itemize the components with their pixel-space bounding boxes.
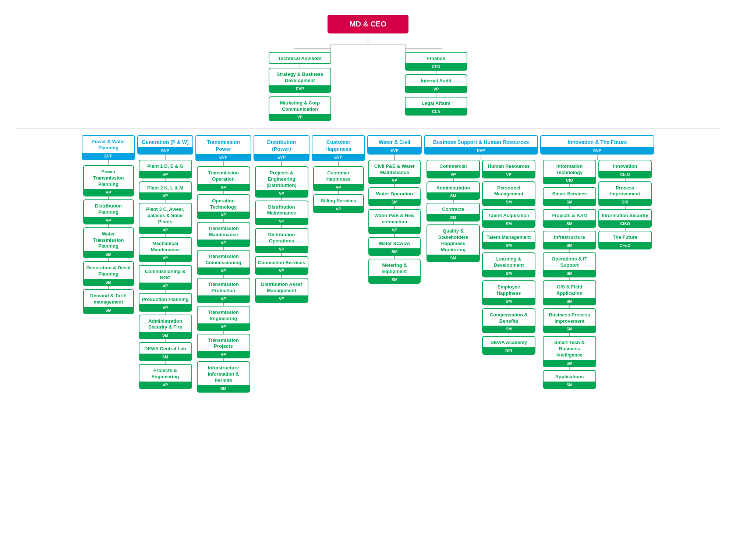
- bss-c3-s: SM: [427, 214, 479, 221]
- trans-c7-t: Transmission Projects: [198, 334, 250, 351]
- innov-c4-box: Infrastructure SM: [543, 231, 596, 249]
- innov-r3-box: Information Security CISO: [598, 209, 652, 228]
- pw-c4-title: Generation & Desal Planning: [84, 262, 133, 279]
- bss-c3-t: Contracts: [427, 203, 479, 214]
- evp-bss-title: Business Support & Human Resources: [425, 136, 537, 147]
- innov-r2-box: Process Improvement DIR: [598, 181, 652, 206]
- gen-c4-t: Mechanical Maintenance: [139, 238, 191, 255]
- marketing-title: Marketing & Corp Communication: [269, 97, 330, 114]
- evp-bss-sub: EVP: [425, 147, 537, 154]
- bss-hr-c3-box: Talent Acquisition SM: [482, 209, 535, 228]
- evp-cust-box: Customer Happiness EVP: [312, 135, 365, 161]
- top-branches: Technical Advisors Strategy & Business D…: [269, 45, 467, 121]
- innov-c9-s: SM: [544, 382, 595, 388]
- evp-water-box: Water & Civil EVP: [367, 135, 422, 154]
- gen-c3: Plant 3 C, Aweer, palaces & Solar Plants…: [139, 203, 192, 237]
- innov-two-cols: Information Technology CIO Smart Service…: [543, 160, 652, 389]
- trans-c6-s: VP: [198, 323, 250, 330]
- innov-c5: Operations & IT Support SM: [543, 252, 596, 280]
- bss-hr-c1-t: Human Resources: [483, 160, 535, 171]
- technical-advisors-node: Technical Advisors: [269, 52, 331, 68]
- water-c3-box: Water P&E & New connection VP: [368, 209, 421, 234]
- innov-c7-s: SM: [544, 326, 595, 332]
- innov-c6-box: GIS & Field Application SM: [543, 280, 596, 305]
- evp-trans-sub: EVP: [196, 154, 251, 160]
- water-c3-t: Water P&E & New connection: [369, 210, 420, 227]
- org-chart-inner: MD & CEO Technical Advisors: [15, 15, 721, 393]
- marketing-node: Marketing & Corp Communication VP: [269, 96, 331, 121]
- left-col: Technical Advisors Strategy & Business D…: [269, 52, 331, 121]
- trans-c8-t: Infrastructure Information & Permits: [198, 362, 250, 385]
- water-c2-t: Water Operation: [369, 188, 420, 199]
- pw-c2-conn: [108, 224, 109, 227]
- technical-advisors-title: Technical Advisors: [269, 53, 330, 63]
- gen-c3-box: Plant 3 C, Aweer, palaces & Solar Plants…: [139, 203, 192, 234]
- water-c3-s: VP: [369, 227, 420, 233]
- trans-c6: Transmission Engineering VP: [197, 306, 250, 334]
- innov-c3-box: Projects & KAM SM: [543, 209, 596, 228]
- evp-innov-box: Innovation & The Future EVP: [540, 135, 654, 154]
- innov-c6-s: SM: [544, 298, 595, 305]
- center-line: [331, 45, 405, 45]
- bss-hr-c2-s: SM: [483, 199, 535, 205]
- strategy-node: Strategy & Business Development EVP: [269, 68, 331, 96]
- finance-sub: CFO: [406, 63, 467, 70]
- innov-c3-t: Projects & KAM: [544, 210, 595, 220]
- evp-bss-hr: Business Support & Human Resources EVP C…: [424, 135, 538, 355]
- finance-box: Finance CFO: [405, 52, 467, 71]
- gen-c1: Plant 1 D, E & G VP: [139, 160, 192, 181]
- dist-c1-s: VP: [256, 190, 308, 197]
- innov-r3-t: Information Security: [599, 210, 651, 220]
- innov-c3-s: SM: [544, 220, 595, 227]
- main-divider: [15, 128, 721, 128]
- dist-c4-s: VP: [256, 267, 308, 274]
- gen-c9-s: VP: [139, 382, 191, 388]
- dist-c5-s: VP: [256, 295, 308, 302]
- evp-row: Power & Water Planning EVP Power Transmi…: [82, 135, 654, 393]
- innov-c2: Smart Services SM: [543, 187, 596, 209]
- pw-conn: [108, 160, 109, 165]
- gen-c6: Production Planning VP: [139, 293, 192, 315]
- innov-r1: Innovation CInO: [598, 160, 652, 181]
- gen-c2-s: VP: [139, 192, 191, 199]
- innov-right-col: Innovation CInO Process Improvement DIR: [598, 160, 652, 249]
- bss-hr-c3: Talent Acquisition SM: [482, 209, 535, 231]
- bss-two-cols: Commercial VP Administration SM: [427, 160, 535, 355]
- center-h: [331, 45, 405, 45]
- gen-c6-s: VP: [139, 304, 191, 311]
- cust-c1-s: VP: [314, 184, 363, 191]
- ceo-connector: [368, 37, 368, 45]
- innov-r1-s: CInO: [599, 171, 651, 178]
- pw-child-2-box: Distribution Planning VP: [83, 199, 134, 224]
- dist-c4-t: Connection Services: [256, 257, 308, 267]
- gen-c8-t: DEWA Central Lab: [139, 343, 191, 354]
- legal-affairs-box: Legal Affairs CLA: [405, 97, 467, 116]
- innov-c4-s: SM: [544, 242, 595, 249]
- trans-c5: Transmission Protection VP: [197, 278, 250, 306]
- pw-c1-sub: VP: [84, 189, 133, 196]
- water-c4-t: Water SCADA: [369, 238, 420, 248]
- ceo-box: MD & CEO: [328, 15, 408, 33]
- right-line: [406, 48, 442, 49]
- bss-c4-box: Quality & Stakeholders Happiness Monitor…: [427, 224, 480, 262]
- cust-c1: Customer Happiness VP: [313, 166, 364, 194]
- bss-c2-s: SM: [427, 192, 479, 199]
- trans-c5-t: Transmission Protection: [198, 279, 250, 295]
- water-c5: Metering & Equipment SM: [368, 259, 421, 284]
- evp-gen-title: Generation (P & W): [138, 136, 192, 147]
- gen-c4-box: Mechanical Maintenance VP: [139, 237, 192, 262]
- internal-audit-node: Internal Audit VP: [405, 74, 467, 97]
- dist-c2: Distribution Maintenance VP: [255, 201, 308, 228]
- left-line: [294, 48, 330, 49]
- bss-hr-c7-t: Compensation & Benefits: [483, 309, 535, 326]
- bss-c3: Contracts SM: [427, 203, 480, 224]
- trans-c3-box: Transmission Maintenance VP: [197, 222, 250, 247]
- dist-c3: Distribution Operations VP: [255, 228, 308, 256]
- trans-c2-box: Operation Technology VP: [197, 194, 250, 219]
- water-c3: Water P&E & New connection VP: [368, 209, 421, 237]
- gen-c4: Mechanical Maintenance VP: [139, 237, 192, 265]
- strategy-box: Strategy & Business Development EVP: [269, 68, 331, 93]
- bss-hr-c8-t: DEWA Academy: [483, 337, 535, 347]
- cust-c1-t: Customer Happiness: [314, 167, 363, 184]
- dist-c3-box: Distribution Operations VP: [255, 228, 308, 253]
